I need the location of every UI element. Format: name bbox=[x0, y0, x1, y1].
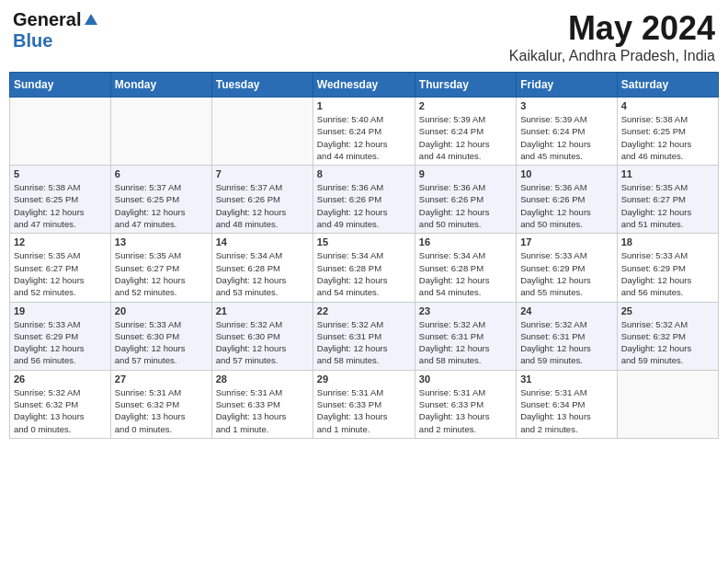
logo-icon bbox=[83, 12, 99, 29]
calendar-day: 3Sunrise: 5:39 AM Sunset: 6:24 PM Daylig… bbox=[517, 98, 617, 166]
day-number: 31 bbox=[520, 373, 612, 385]
day-info: Sunrise: 5:37 AM Sunset: 6:25 PM Dayligh… bbox=[115, 181, 208, 230]
day-info: Sunrise: 5:35 AM Sunset: 6:27 PM Dayligh… bbox=[14, 249, 107, 298]
day-info: Sunrise: 5:38 AM Sunset: 6:25 PM Dayligh… bbox=[621, 113, 714, 162]
calendar-day: 4Sunrise: 5:38 AM Sunset: 6:25 PM Daylig… bbox=[617, 98, 718, 166]
day-info: Sunrise: 5:33 AM Sunset: 6:30 PM Dayligh… bbox=[115, 318, 208, 367]
logo-blue: Blue bbox=[13, 30, 52, 51]
calendar-day bbox=[617, 370, 718, 438]
day-info: Sunrise: 5:38 AM Sunset: 6:25 PM Dayligh… bbox=[14, 181, 107, 230]
day-info: Sunrise: 5:36 AM Sunset: 6:26 PM Dayligh… bbox=[317, 181, 411, 230]
calendar-day: 25Sunrise: 5:32 AM Sunset: 6:32 PM Dayli… bbox=[617, 302, 718, 370]
calendar-day: 22Sunrise: 5:32 AM Sunset: 6:31 PM Dayli… bbox=[313, 302, 415, 370]
day-number: 28 bbox=[216, 373, 309, 385]
day-number: 14 bbox=[216, 236, 309, 247]
calendar-day: 26Sunrise: 5:32 AM Sunset: 6:32 PM Dayli… bbox=[10, 370, 111, 438]
calendar-header-thursday: Thursday bbox=[415, 73, 516, 98]
calendar-header-saturday: Saturday bbox=[617, 73, 718, 98]
calendar-day: 13Sunrise: 5:35 AM Sunset: 6:27 PM Dayli… bbox=[110, 234, 211, 302]
calendar-day: 16Sunrise: 5:34 AM Sunset: 6:28 PM Dayli… bbox=[415, 234, 516, 302]
calendar-header-monday: Monday bbox=[110, 73, 211, 98]
calendar-day: 23Sunrise: 5:32 AM Sunset: 6:31 PM Dayli… bbox=[415, 302, 516, 370]
day-number: 10 bbox=[520, 168, 612, 179]
calendar-day: 20Sunrise: 5:33 AM Sunset: 6:30 PM Dayli… bbox=[110, 302, 211, 370]
day-info: Sunrise: 5:36 AM Sunset: 6:26 PM Dayligh… bbox=[520, 181, 612, 230]
calendar-day: 30Sunrise: 5:31 AM Sunset: 6:33 PM Dayli… bbox=[415, 370, 516, 438]
calendar-week-row: 26Sunrise: 5:32 AM Sunset: 6:32 PM Dayli… bbox=[10, 370, 719, 438]
calendar-day: 14Sunrise: 5:34 AM Sunset: 6:28 PM Dayli… bbox=[211, 234, 313, 302]
calendar-day: 8Sunrise: 5:36 AM Sunset: 6:26 PM Daylig… bbox=[313, 166, 415, 234]
location: Kaikalur, Andhra Pradesh, India bbox=[509, 48, 715, 64]
calendar-day: 6Sunrise: 5:37 AM Sunset: 6:25 PM Daylig… bbox=[110, 166, 211, 234]
day-info: Sunrise: 5:32 AM Sunset: 6:32 PM Dayligh… bbox=[621, 318, 714, 367]
calendar-header-tuesday: Tuesday bbox=[211, 73, 313, 98]
day-number: 2 bbox=[419, 100, 512, 111]
day-info: Sunrise: 5:31 AM Sunset: 6:33 PM Dayligh… bbox=[317, 386, 411, 435]
day-info: Sunrise: 5:34 AM Sunset: 6:28 PM Dayligh… bbox=[317, 249, 411, 298]
day-number: 15 bbox=[317, 236, 411, 247]
day-number: 25 bbox=[621, 305, 714, 316]
day-number: 8 bbox=[317, 168, 411, 179]
day-number: 18 bbox=[621, 236, 714, 247]
day-info: Sunrise: 5:33 AM Sunset: 6:29 PM Dayligh… bbox=[14, 318, 107, 367]
day-number: 29 bbox=[317, 373, 411, 385]
logo: General Blue bbox=[13, 9, 101, 52]
calendar-day: 11Sunrise: 5:35 AM Sunset: 6:27 PM Dayli… bbox=[617, 166, 718, 234]
day-info: Sunrise: 5:35 AM Sunset: 6:27 PM Dayligh… bbox=[115, 249, 208, 298]
day-info: Sunrise: 5:34 AM Sunset: 6:28 PM Dayligh… bbox=[419, 249, 512, 298]
day-info: Sunrise: 5:31 AM Sunset: 6:32 PM Dayligh… bbox=[115, 386, 208, 435]
day-number: 7 bbox=[216, 168, 309, 179]
day-info: Sunrise: 5:36 AM Sunset: 6:26 PM Dayligh… bbox=[419, 181, 512, 230]
calendar-header-friday: Friday bbox=[517, 73, 617, 98]
calendar-day: 19Sunrise: 5:33 AM Sunset: 6:29 PM Dayli… bbox=[10, 302, 111, 370]
day-info: Sunrise: 5:32 AM Sunset: 6:32 PM Dayligh… bbox=[14, 386, 107, 435]
calendar-day: 9Sunrise: 5:36 AM Sunset: 6:26 PM Daylig… bbox=[415, 166, 516, 234]
day-info: Sunrise: 5:31 AM Sunset: 6:34 PM Dayligh… bbox=[520, 386, 612, 435]
day-info: Sunrise: 5:33 AM Sunset: 6:29 PM Dayligh… bbox=[520, 249, 612, 298]
calendar-day: 10Sunrise: 5:36 AM Sunset: 6:26 PM Dayli… bbox=[517, 166, 617, 234]
day-number: 11 bbox=[621, 168, 714, 179]
calendar-week-row: 5Sunrise: 5:38 AM Sunset: 6:25 PM Daylig… bbox=[10, 166, 719, 234]
calendar-day: 17Sunrise: 5:33 AM Sunset: 6:29 PM Dayli… bbox=[517, 234, 617, 302]
day-number: 20 bbox=[115, 305, 208, 316]
calendar-header-row: SundayMondayTuesdayWednesdayThursdayFrid… bbox=[10, 73, 719, 98]
day-number: 3 bbox=[520, 100, 612, 111]
calendar-day: 15Sunrise: 5:34 AM Sunset: 6:28 PM Dayli… bbox=[313, 234, 415, 302]
calendar-week-row: 12Sunrise: 5:35 AM Sunset: 6:27 PM Dayli… bbox=[10, 234, 719, 302]
calendar-day bbox=[110, 98, 211, 166]
day-number: 1 bbox=[317, 100, 411, 111]
day-info: Sunrise: 5:31 AM Sunset: 6:33 PM Dayligh… bbox=[216, 386, 309, 435]
day-info: Sunrise: 5:40 AM Sunset: 6:24 PM Dayligh… bbox=[317, 113, 411, 162]
calendar-week-row: 19Sunrise: 5:33 AM Sunset: 6:29 PM Dayli… bbox=[10, 302, 719, 370]
day-number: 4 bbox=[621, 100, 714, 111]
calendar-table: SundayMondayTuesdayWednesdayThursdayFrid… bbox=[9, 72, 719, 439]
day-number: 16 bbox=[419, 236, 512, 247]
day-info: Sunrise: 5:33 AM Sunset: 6:29 PM Dayligh… bbox=[621, 249, 714, 298]
day-info: Sunrise: 5:32 AM Sunset: 6:31 PM Dayligh… bbox=[520, 318, 612, 367]
page-header: General Blue May 2024 Kaikalur, Andhra P… bbox=[9, 9, 719, 64]
title-area: May 2024 Kaikalur, Andhra Pradesh, India bbox=[509, 9, 715, 64]
day-info: Sunrise: 5:37 AM Sunset: 6:26 PM Dayligh… bbox=[216, 181, 309, 230]
calendar-day: 7Sunrise: 5:37 AM Sunset: 6:26 PM Daylig… bbox=[211, 166, 313, 234]
calendar-day: 1Sunrise: 5:40 AM Sunset: 6:24 PM Daylig… bbox=[313, 98, 415, 166]
day-info: Sunrise: 5:32 AM Sunset: 6:30 PM Dayligh… bbox=[216, 318, 309, 367]
svg-marker-0 bbox=[85, 14, 97, 25]
calendar-day: 18Sunrise: 5:33 AM Sunset: 6:29 PM Dayli… bbox=[617, 234, 718, 302]
calendar-day: 29Sunrise: 5:31 AM Sunset: 6:33 PM Dayli… bbox=[313, 370, 415, 438]
day-number: 13 bbox=[115, 236, 208, 247]
day-number: 5 bbox=[14, 168, 107, 179]
day-number: 26 bbox=[14, 373, 107, 385]
calendar-day bbox=[10, 98, 111, 166]
day-info: Sunrise: 5:35 AM Sunset: 6:27 PM Dayligh… bbox=[621, 181, 714, 230]
day-number: 21 bbox=[216, 305, 309, 316]
day-number: 6 bbox=[115, 168, 208, 179]
calendar-header-sunday: Sunday bbox=[10, 73, 111, 98]
day-info: Sunrise: 5:39 AM Sunset: 6:24 PM Dayligh… bbox=[520, 113, 612, 162]
day-number: 23 bbox=[419, 305, 512, 316]
calendar-header-wednesday: Wednesday bbox=[313, 73, 415, 98]
day-info: Sunrise: 5:34 AM Sunset: 6:28 PM Dayligh… bbox=[216, 249, 309, 298]
logo-general: General bbox=[13, 9, 81, 30]
calendar-day: 2Sunrise: 5:39 AM Sunset: 6:24 PM Daylig… bbox=[415, 98, 516, 166]
day-info: Sunrise: 5:31 AM Sunset: 6:33 PM Dayligh… bbox=[419, 386, 512, 435]
day-number: 19 bbox=[14, 305, 107, 316]
